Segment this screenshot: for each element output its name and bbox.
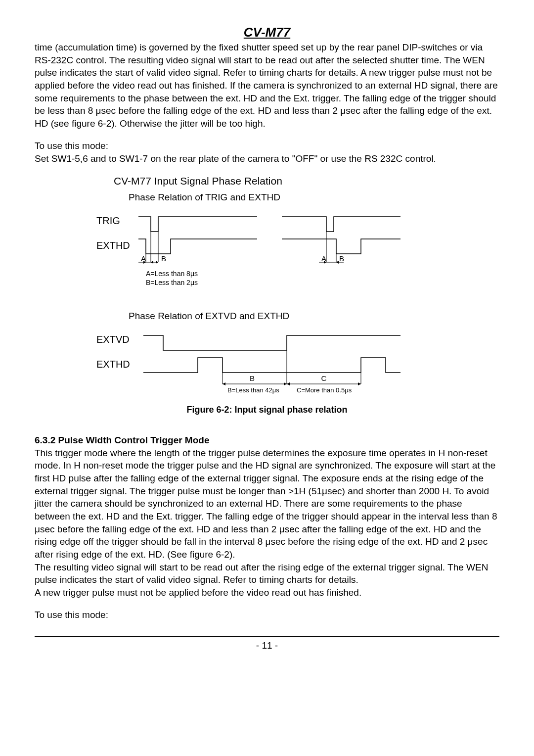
timing-diagram-1: TRIG EXTHD A B xyxy=(94,207,410,296)
exthd-label-2: EXTHD xyxy=(96,359,130,370)
trig-label: TRIG xyxy=(96,215,120,226)
footer-rule xyxy=(35,636,499,637)
svg-marker-26 xyxy=(287,382,290,385)
svg-marker-23 xyxy=(284,382,287,385)
figure-caption: Figure 6-2: Input signal phase relation xyxy=(35,405,499,415)
svg-text:B=Less than 42μs: B=Less than 42μs xyxy=(227,386,279,394)
svg-marker-22 xyxy=(222,382,225,385)
svg-text:C=More than 0.5μs: C=More than 0.5μs xyxy=(297,386,352,394)
timing-diagram-2: EXTVD EXTHD B C B=Less than 42μs C=More xyxy=(94,326,410,400)
mode-instruction-text: Set SW1-5,6 and to SW1-7 on the rear pla… xyxy=(35,152,499,165)
page-number: - 11 - xyxy=(35,640,499,651)
section-632-body-1: This trigger mode where the length of th… xyxy=(35,447,499,561)
svg-text:B: B xyxy=(161,254,166,263)
svg-text:B: B xyxy=(250,374,255,382)
svg-text:B=Less than 2μs: B=Less than 2μs xyxy=(146,279,198,286)
svg-text:C: C xyxy=(321,374,327,382)
svg-marker-8 xyxy=(156,261,158,264)
svg-marker-7 xyxy=(151,261,153,264)
diagram-subtitle-1: Phase Relation of TRIG and EXTHD xyxy=(129,192,499,203)
section-632-body-3: A new trigger pulse must not be applied … xyxy=(35,586,499,599)
extvd-label: EXTVD xyxy=(96,334,130,345)
exthd-label-1: EXTHD xyxy=(96,240,130,251)
page-title: CV-M77 xyxy=(35,25,499,40)
svg-marker-27 xyxy=(358,382,361,385)
svg-text:A=Less than 8μs: A=Less than 8μs xyxy=(146,270,198,278)
svg-text:B: B xyxy=(339,254,344,263)
svg-marker-15 xyxy=(336,261,339,264)
mode-instruction-label: To use this mode: xyxy=(35,140,499,152)
diagram-title: CV-M77 Input Signal Phase Relation xyxy=(114,175,499,187)
intro-paragraph: time (accumulation time) is governed by … xyxy=(35,41,499,130)
section-632-heading: 6.3.2 Pulse Width Control Trigger Mode xyxy=(35,435,499,446)
diagram-subtitle-2: Phase Relation of EXTVD and EXTHD xyxy=(129,311,499,322)
section-632-body-4: To use this mode: xyxy=(35,609,499,621)
section-632-body-2: The resulting video signal will start to… xyxy=(35,561,499,586)
